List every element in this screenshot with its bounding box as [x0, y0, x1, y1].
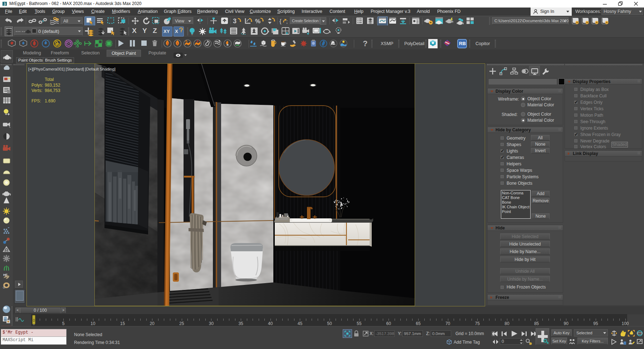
svg-text:%: %: [255, 18, 260, 25]
svg-text:3: 3: [233, 18, 236, 25]
svg-text:;: ;: [286, 18, 288, 24]
svg-text:{: {: [279, 18, 282, 25]
svg-text:3: 3: [4, 2, 6, 6]
svg-text:HF: HF: [3, 273, 8, 277]
svg-text:O: O: [3, 286, 5, 289]
